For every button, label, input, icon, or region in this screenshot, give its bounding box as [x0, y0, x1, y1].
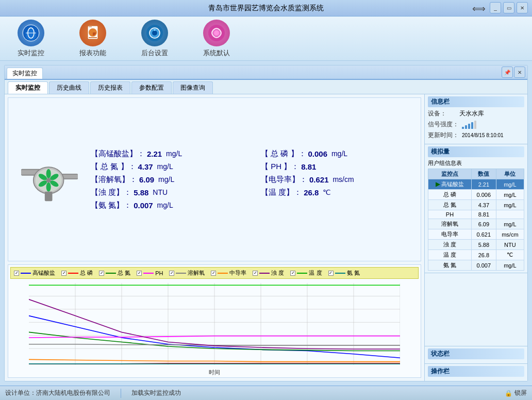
device-label: 设备： [428, 109, 456, 118]
col-unit: 单位 [496, 169, 524, 179]
device-value: 天水水库 [459, 109, 484, 118]
window-title: 青岛市世界园艺博览会水质监测系统 [208, 4, 324, 13]
resize-arrows[interactable]: ⟺ [472, 3, 486, 14]
update-label: 更新时间： [428, 131, 459, 140]
table-row[interactable]: 温 度26.8℃ [428, 250, 524, 260]
legend-dissolved-o: ✓ 溶解氧 [169, 269, 205, 277]
chart-legend: ✓ 高锰酸盐 ✓ 总 磷 ✓ 总 氮 [10, 267, 419, 279]
measurement-display: 【高锰酸盐】：2.21 mg/L【 总 磷 】：0.006 mg/L【 总 氮 … [8, 97, 421, 261]
backend-label: 后台设置 [141, 48, 168, 58]
user-table: 监控点 数值 单位 ▶ 高锰酸盐2.21mg/L总 磷0.006mg/L总 氮4… [428, 169, 524, 271]
legend-temperature: ✓ 温 度 [290, 269, 322, 277]
signal-bars [462, 121, 476, 129]
toolbar-sysdefault[interactable]: 系统默认 [196, 20, 237, 58]
svg-point-22 [46, 182, 51, 192]
table-row[interactable]: 氨 氮0.007mg/L [428, 260, 524, 271]
lock-icon: 🔒 [505, 390, 512, 397]
legend-ph: ✓ PH [137, 269, 163, 277]
outer-tab-bar: 实时监控 📌 ✕ [5, 65, 527, 80]
status-separator [121, 389, 121, 398]
toolbar-backend[interactable]: 后台设置 [134, 20, 175, 58]
op-title: 操作栏 [428, 366, 524, 377]
close-button[interactable]: ✕ [517, 2, 528, 13]
design-unit: 设计单位：济南大陆机电股份有限公司 [5, 389, 110, 397]
tab-panel: 实时监控 📌 ✕ 实时监控 历史曲线 历史报表 参数配置 图像查询 [4, 65, 528, 381]
report-icon [79, 20, 106, 46]
panel-pin-button[interactable]: 📌 [502, 66, 513, 78]
toolbar-realtime[interactable]: 实时监控 [10, 20, 52, 58]
tab-image-query[interactable]: 图像查询 [173, 81, 213, 94]
minimize-button[interactable]: _ [490, 2, 501, 13]
restore-button[interactable]: ▭ [503, 2, 514, 13]
lock-wrap[interactable]: 🔒 锁屏 [505, 389, 527, 397]
svg-rect-5 [89, 37, 97, 38]
analog-section: 模拟量 用户组信息表 监控点 数值 单位 ▶ 高锰酸盐2.21mg/L总 磷0.… [425, 144, 527, 273]
realtime-icon [18, 20, 44, 46]
analog-title: 模拟量 [428, 146, 524, 157]
report-label: 报表功能 [79, 48, 106, 58]
backend-icon [141, 20, 168, 46]
left-panel: 【高锰酸盐】：2.21 mg/L【 总 磷 】：0.006 mg/L【 总 氮 … [5, 94, 424, 381]
toolbar-report[interactable]: 报表功能 [72, 20, 113, 58]
table-row[interactable]: 溶解氧6.09mg/L [428, 219, 524, 229]
table-header-row: 监控点 数值 单位 [428, 169, 524, 179]
measure-item: 【浊 度】：5.88 NTU [91, 188, 240, 197]
table-row[interactable]: 总 磷0.006mg/L [428, 190, 524, 200]
col-value: 数值 [471, 169, 496, 179]
signal-row: 信号强度： [428, 120, 524, 129]
table-row[interactable]: ▶ 高锰酸盐2.21mg/L [428, 179, 524, 190]
table-row[interactable]: 浊 度5.88NTU [428, 240, 524, 250]
right-panel: 信息栏 设备： 天水水库 信号强度： [424, 94, 527, 381]
measurements-list: 【高锰酸盐】：2.21 mg/L【 总 磷 】：0.006 mg/L【 总 氮 … [91, 149, 410, 210]
status-bar: 设计单位：济南大陆机电股份有限公司 加载实时监控成功 🔒 锁屏 [0, 386, 532, 400]
measure-item: 【 PH 】：8.81 [261, 162, 410, 172]
table-body: ▶ 高锰酸盐2.21mg/L总 磷0.006mg/L总 氮4.37mg/LPH8… [428, 179, 524, 271]
measure-item: 【电导率】：0.621 ms/cm [261, 175, 410, 185]
window-controls: _ ▭ ✕ [490, 2, 528, 13]
svg-point-19 [46, 169, 51, 178]
svg-point-8 [152, 30, 157, 36]
tab-history-report[interactable]: 历史报表 [90, 81, 130, 94]
lock-label: 锁屏 [514, 389, 527, 397]
panel-close-button[interactable]: ✕ [514, 66, 525, 78]
sysdefault-label: 系统默认 [203, 48, 230, 58]
update-row: 更新时间： 2014/8/15 8:10:01 [428, 131, 524, 140]
chart-body: 5 10 15 20 25 2014/8/7 2014/8/8 2014/8/9… [8, 281, 421, 377]
outer-tab-realtime[interactable]: 实时监控 [7, 68, 43, 79]
measure-item: 【高锰酸盐】：2.21 mg/L [91, 149, 240, 159]
tab-bar-controls: 📌 ✕ [502, 66, 525, 79]
tab-param-config[interactable]: 参数配置 [131, 81, 172, 94]
op-section: 操作栏 [425, 364, 527, 381]
realtime-label: 实时监控 [18, 48, 44, 58]
info-section: 信息栏 设备： 天水水库 信号强度： [425, 94, 527, 144]
measure-item: 【 总 磷 】：0.006 mg/L [261, 149, 410, 159]
measure-item: 【氨 氮】：0.007 mg/L [91, 201, 240, 210]
signal-label: 信号强度： [428, 120, 459, 129]
content-area: 【高锰酸盐】：2.21 mg/L【 总 磷 】：0.006 mg/L【 总 氮 … [5, 94, 527, 381]
title-bar: 青岛市世界园艺博览会水质监测系统 ⟺ _ ▭ ✕ [0, 0, 532, 16]
tab-realtime[interactable]: 实时监控 [8, 81, 48, 94]
state-title: 状态栏 [428, 348, 524, 359]
pump-icon [19, 148, 80, 210]
status-text: 加载实时监控成功 [131, 389, 181, 397]
measure-item: 【 总 氮 】：4.37 mg/L [91, 162, 240, 172]
table-row[interactable]: 总 氮4.37mg/L [428, 200, 524, 210]
legend-turbidity: ✓ 浊 度 [253, 269, 284, 277]
legend-high-manganese: ✓ 高锰酸盐 [14, 269, 55, 277]
legend-total-n: ✓ 总 氮 [99, 269, 130, 277]
measure-item: 【溶解氧】：6.09 mg/L [91, 175, 240, 185]
svg-point-9 [154, 29, 156, 31]
table-row[interactable]: 电导率0.621ms/cm [428, 229, 524, 240]
info-title: 信息栏 [428, 96, 524, 107]
inner-tabs-row: 实时监控 历史曲线 历史报表 参数配置 图像查询 [5, 80, 527, 94]
svg-point-25 [46, 178, 51, 182]
table-title: 用户组信息表 [428, 159, 524, 167]
table-row[interactable]: PH8.81 [428, 210, 524, 219]
chart-svg: 5 10 15 20 25 2014/8/7 2014/8/8 2014/8/9… [29, 283, 400, 365]
chart-area: ✓ 高锰酸盐 ✓ 总 磷 ✓ 总 氮 [8, 264, 421, 378]
legend-total-p: ✓ 总 磷 [61, 269, 93, 277]
tab-history-curve[interactable]: 历史曲线 [49, 81, 89, 94]
svg-rect-26 [45, 192, 53, 201]
chart-xlabel: 时间 [8, 369, 421, 376]
spacer [425, 273, 527, 346]
